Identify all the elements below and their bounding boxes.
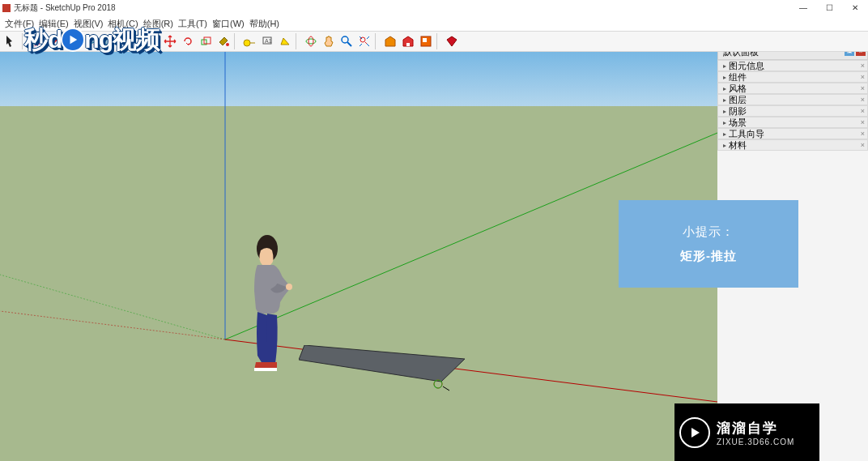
- minimize-button[interactable]: —: [790, 0, 816, 15]
- panel-close-icon[interactable]: ×: [861, 107, 865, 115]
- orbit-tool[interactable]: [303, 33, 319, 49]
- panel-close-icon[interactable]: ×: [861, 118, 865, 126]
- play-icon: [61, 28, 85, 52]
- panel-styles[interactable]: 风格×: [717, 83, 868, 94]
- svg-point-11: [308, 36, 313, 46]
- ground-rectangle: [299, 345, 477, 402]
- panel-materials[interactable]: 材料×: [717, 139, 868, 151]
- rotate-tool[interactable]: [180, 33, 196, 49]
- svg-point-6: [226, 43, 229, 46]
- scale-tool[interactable]: [198, 33, 214, 49]
- menu-window[interactable]: 窗口(W): [211, 17, 246, 31]
- viewport[interactable]: [0, 44, 717, 461]
- toolbar-separator: [296, 33, 300, 49]
- extension-warehouse-tool[interactable]: [400, 33, 416, 49]
- text-tool[interactable]: A1: [259, 33, 275, 49]
- zoom-extents-tool[interactable]: [356, 33, 372, 49]
- svg-rect-22: [264, 368, 277, 371]
- menu-tools[interactable]: 工具(T): [177, 17, 209, 31]
- layout-tool[interactable]: [418, 33, 434, 49]
- panel-label: 图层: [729, 94, 747, 106]
- video-watermark: 秒d ng视频: [24, 28, 160, 52]
- footer-en: ZIXUE.3D66.COM: [717, 438, 794, 446]
- footer-watermark: 溜溜自学 ZIXUE.3D66.COM: [674, 403, 819, 461]
- svg-point-20: [286, 284, 292, 290]
- panel-close-icon[interactable]: ×: [861, 62, 865, 70]
- tip-box: 小提示： 矩形-推拉: [619, 200, 798, 288]
- panel-close-icon[interactable]: ×: [861, 84, 865, 92]
- panel-layers[interactable]: 图层×: [717, 94, 868, 105]
- toolbar-separator: [436, 33, 441, 49]
- panel-close-icon[interactable]: ×: [861, 130, 865, 138]
- panel-scenes[interactable]: 场景×: [717, 117, 868, 128]
- tip-body: 矩形-推拉: [635, 244, 782, 268]
- protractor-tool[interactable]: [277, 33, 293, 49]
- video-watermark-text-b: ng视频: [84, 28, 160, 52]
- paint-bucket-tool[interactable]: [215, 33, 232, 49]
- zoom-tool[interactable]: [338, 33, 355, 49]
- panel-label: 组件: [729, 71, 747, 83]
- move-tool[interactable]: [162, 33, 178, 49]
- panel-close-icon[interactable]: ×: [861, 141, 865, 149]
- maximize-button[interactable]: ☐: [816, 0, 842, 15]
- select-tool[interactable]: [3, 33, 19, 49]
- toolbar-separator: [375, 33, 380, 49]
- menu-help[interactable]: 帮助(H): [248, 17, 281, 31]
- window-title: 无标题 - SketchUp Pro 2018: [14, 2, 116, 14]
- svg-rect-5: [204, 37, 211, 44]
- scale-figure: [243, 234, 300, 376]
- svg-point-12: [342, 36, 348, 43]
- ruby-tool[interactable]: [444, 33, 460, 49]
- panel-instructor[interactable]: 工具向导×: [717, 128, 868, 139]
- svg-point-10: [306, 39, 316, 44]
- tape-measure-tool[interactable]: [241, 33, 257, 49]
- play-circle-icon: [679, 417, 710, 448]
- warehouse-tool[interactable]: [382, 33, 398, 49]
- axis-green-neg: [0, 275, 225, 339]
- footer-watermark-text: 溜溜自学 ZIXUE.3D66.COM: [717, 419, 794, 446]
- video-watermark-text-a: 秒d: [24, 28, 62, 52]
- panel-label: 图元信息: [729, 60, 764, 72]
- panel-label: 风格: [729, 83, 747, 95]
- panel-label: 场景: [729, 117, 747, 129]
- panel-close-icon[interactable]: ×: [861, 96, 865, 104]
- svg-rect-14: [406, 43, 410, 46]
- svg-text:A1: A1: [265, 38, 272, 44]
- window-controls: — ☐ ✕: [790, 0, 868, 15]
- toolbar-separator: [234, 33, 239, 49]
- axis-red-neg: [0, 311, 225, 339]
- panel-label: 材料: [729, 139, 747, 152]
- panel-shadows[interactable]: 阴影×: [717, 105, 868, 117]
- svg-point-7: [244, 40, 250, 46]
- footer-cn: 溜溜自学: [717, 419, 794, 438]
- close-button[interactable]: ✕: [842, 0, 868, 15]
- tip-head: 小提示：: [635, 220, 782, 244]
- panel-entity-info[interactable]: 图元信息×: [717, 60, 868, 71]
- app-icon: [2, 4, 11, 12]
- svg-rect-16: [423, 38, 427, 42]
- pan-tool[interactable]: [321, 33, 337, 49]
- panel-label: 阴影: [729, 105, 747, 117]
- panel-label: 工具向导: [729, 128, 764, 140]
- title-bar: 无标题 - SketchUp Pro 2018 — ☐ ✕: [0, 0, 868, 16]
- panel-components[interactable]: 组件×: [717, 71, 868, 83]
- panel-close-icon[interactable]: ×: [861, 73, 865, 81]
